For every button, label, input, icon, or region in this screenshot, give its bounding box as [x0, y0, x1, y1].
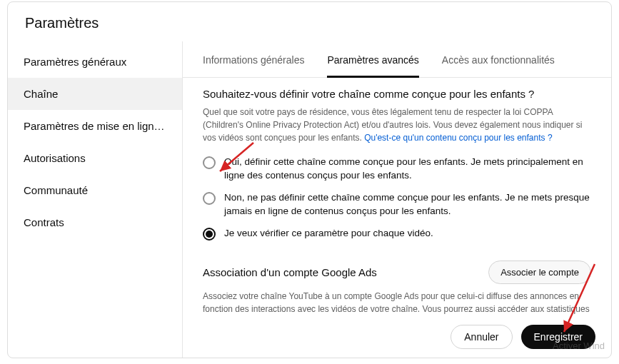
radio-option-no[interactable]: Non, ne pas définir cette chaîne comme c…: [203, 187, 591, 223]
dialog-body: Paramètres généraux Chaîne Paramètres de…: [8, 41, 611, 358]
radio-option-yes[interactable]: Oui, définir cette chaîne comme conçue p…: [203, 151, 591, 187]
radio-icon: [203, 192, 216, 205]
sidebar-item-general[interactable]: Paramètres généraux: [8, 46, 182, 78]
audience-desc-link[interactable]: Qu'est-ce qu'un contenu conçu pour les e…: [364, 133, 552, 143]
save-button[interactable]: Enregistrer: [521, 325, 595, 349]
associate-account-button[interactable]: Associer le compte: [488, 261, 591, 284]
dialog-footer: Annuler Enregistrer: [183, 316, 611, 358]
tabs: Informations générales Paramètres avancé…: [183, 41, 611, 78]
sidebar-item-agreements[interactable]: Contrats: [8, 206, 182, 238]
audience-title: Souhaitez-vous définir votre chaîne comm…: [203, 88, 591, 100]
radio-icon: [203, 228, 216, 241]
cancel-button[interactable]: Annuler: [451, 325, 512, 349]
sidebar-item-community[interactable]: Communauté: [8, 174, 182, 206]
audience-desc: Quel que soit votre pays de résidence, v…: [203, 106, 591, 144]
radio-icon: [203, 156, 216, 169]
radio-label: Je veux vérifier ce paramètre pour chaqu…: [224, 227, 433, 241]
settings-dialog: Paramètres Paramètres généraux Chaîne Pa…: [7, 1, 612, 358]
sidebar: Paramètres généraux Chaîne Paramètres de…: [8, 41, 183, 358]
tab-feature-eligibility[interactable]: Accès aux fonctionnalités: [442, 41, 555, 78]
ads-desc-text: Associez votre chaîne YouTube à un compt…: [203, 291, 590, 316]
dialog-title: Paramètres: [25, 15, 594, 31]
ads-header: Association d'un compte Google Ads Assoc…: [203, 261, 591, 284]
sidebar-item-channel[interactable]: Chaîne: [8, 78, 182, 110]
radio-option-review[interactable]: Je veux vérifier ce paramètre pour chaqu…: [203, 223, 591, 245]
ads-section: Association d'un compte Google Ads Assoc…: [203, 261, 591, 316]
dialog-header: Paramètres: [8, 2, 611, 41]
radio-label: Oui, définir cette chaîne comme conçue p…: [224, 156, 591, 183]
tab-general-info[interactable]: Informations générales: [203, 41, 304, 78]
tab-advanced-settings[interactable]: Paramètres avancés: [327, 41, 418, 78]
ads-desc: Associez votre chaîne YouTube à un compt…: [203, 290, 591, 316]
sidebar-item-permissions[interactable]: Autorisations: [8, 142, 182, 174]
sidebar-item-upload-defaults[interactable]: Paramètres de mise en ligne …: [8, 110, 182, 142]
ads-title: Association d'un compte Google Ads: [203, 266, 377, 278]
radio-label: Non, ne pas définir cette chaîne comme c…: [224, 191, 591, 218]
main-panel: Informations générales Paramètres avancé…: [183, 41, 611, 358]
tab-content: Souhaitez-vous définir votre chaîne comm…: [183, 78, 611, 316]
